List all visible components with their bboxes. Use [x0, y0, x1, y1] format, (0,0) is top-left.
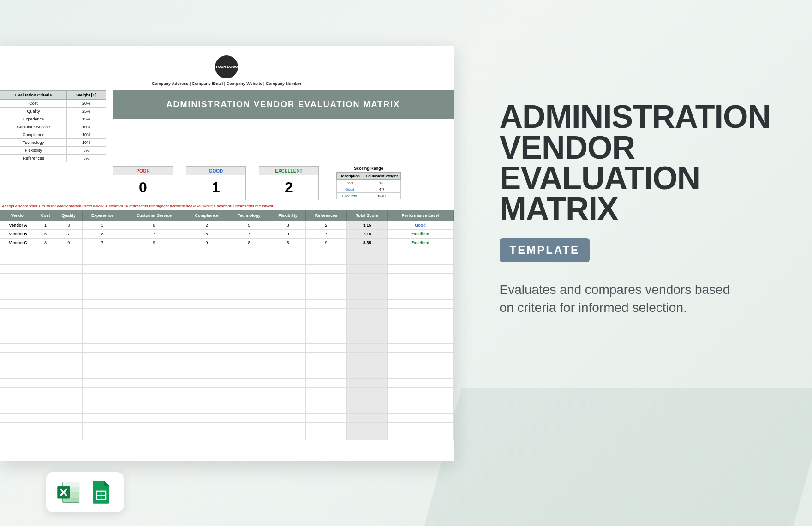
- empty-cell: [270, 309, 305, 317]
- empty-cell: [185, 388, 228, 396]
- score-cell: 5: [228, 221, 270, 230]
- empty-cell: [228, 335, 270, 344]
- empty-cell: [388, 291, 453, 300]
- spreadsheet-preview: YOUR LOGO Company Address | Company Emai…: [0, 46, 454, 461]
- score-value-excellent: 2: [259, 175, 318, 200]
- empty-cell: [270, 247, 305, 256]
- empty-cell: [346, 353, 388, 361]
- empty-cell: [346, 326, 388, 335]
- empty-cell: [55, 291, 82, 300]
- empty-cell: [185, 247, 228, 256]
- score-label-poor: POOR: [113, 167, 173, 175]
- table-row-empty: [0, 317, 454, 326]
- table-row: Vendor A133825323.15Good: [0, 221, 454, 230]
- score-cell: 2: [306, 221, 347, 230]
- score-cell: 8: [82, 230, 123, 239]
- empty-cell: [306, 344, 347, 353]
- table-row-empty: [0, 282, 454, 291]
- vendor-evaluation-table: VendorCostQualityExperienceCustomer Serv…: [0, 210, 454, 440]
- empty-cell: [55, 379, 82, 388]
- score-cell: 2: [185, 221, 228, 230]
- empty-cell: [36, 256, 55, 265]
- empty-cell: [55, 405, 82, 414]
- empty-cell: [82, 247, 123, 256]
- scoring-desc: Good: [337, 186, 363, 193]
- table-column-header: Technology: [228, 210, 270, 221]
- empty-cell: [0, 353, 36, 361]
- empty-cell: [185, 361, 228, 370]
- empty-cell: [36, 405, 55, 414]
- empty-cell: [388, 265, 453, 274]
- empty-cell: [388, 361, 453, 370]
- empty-cell: [185, 326, 228, 335]
- empty-cell: [388, 379, 453, 388]
- empty-cell: [346, 300, 388, 309]
- empty-cell: [82, 388, 123, 396]
- score-cell: 7: [82, 239, 123, 247]
- empty-cell: [185, 396, 228, 405]
- table-column-header: Customer Service: [123, 210, 185, 221]
- score-cell: 9: [185, 239, 228, 247]
- vendor-name: Vendor C: [0, 239, 36, 247]
- criteria-row: Compliance10%: [0, 131, 106, 139]
- empty-cell: [185, 405, 228, 414]
- empty-cell: [306, 291, 347, 300]
- score-card-good: GOOD 1: [186, 166, 246, 200]
- empty-cell: [346, 370, 388, 379]
- scoring-row: Poor1-3: [337, 180, 401, 186]
- empty-cell: [55, 353, 82, 361]
- table-row-empty: [0, 414, 454, 423]
- empty-cell: [123, 282, 185, 291]
- empty-cell: [82, 317, 123, 326]
- empty-cell: [55, 414, 82, 423]
- criteria-name: Quality: [0, 108, 67, 115]
- empty-cell: [55, 396, 82, 405]
- empty-cell: [0, 317, 36, 326]
- empty-cell: [0, 265, 36, 274]
- empty-cell: [270, 317, 305, 326]
- empty-cell: [82, 414, 123, 423]
- criteria-header: Evaluation Criteria: [0, 91, 67, 100]
- empty-cell: [228, 291, 270, 300]
- empty-cell: [55, 344, 82, 353]
- empty-cell: [306, 396, 347, 405]
- empty-cell: [185, 317, 228, 326]
- table-row-empty: [0, 300, 454, 309]
- criteria-row: Experience15%: [0, 115, 106, 123]
- empty-cell: [388, 370, 453, 379]
- criteria-row: Technology10%: [0, 139, 106, 147]
- empty-cell: [228, 344, 270, 353]
- empty-cell: [55, 256, 82, 265]
- empty-cell: [346, 335, 388, 344]
- empty-cell: [36, 344, 55, 353]
- scoring-range-value: 4-7: [363, 186, 401, 193]
- empty-cell: [185, 414, 228, 423]
- score-label-excellent: EXCELLENT: [259, 167, 318, 175]
- empty-cell: [36, 353, 55, 361]
- empty-cell: [82, 431, 123, 440]
- empty-cell: [0, 388, 36, 396]
- empty-cell: [123, 247, 185, 256]
- empty-cell: [0, 361, 36, 370]
- empty-cell: [228, 247, 270, 256]
- table-row: Vendor B578787977.15Excellent: [0, 230, 454, 239]
- empty-cell: [123, 291, 185, 300]
- empty-cell: [228, 370, 270, 379]
- empty-cell: [185, 300, 228, 309]
- empty-cell: [270, 274, 305, 282]
- scoring-range-title: Scoring Range: [336, 166, 401, 171]
- empty-cell: [55, 326, 82, 335]
- empty-cell: [123, 326, 185, 335]
- empty-cell: [36, 414, 55, 423]
- empty-cell: [82, 291, 123, 300]
- empty-cell: [270, 431, 305, 440]
- empty-cell: [228, 326, 270, 335]
- empty-cell: [270, 423, 305, 431]
- empty-cell: [228, 414, 270, 423]
- criteria-name: Experience: [0, 115, 67, 123]
- empty-cell: [270, 353, 305, 361]
- score-cell: 9: [270, 230, 305, 239]
- empty-cell: [270, 326, 305, 335]
- table-row-empty: [0, 431, 454, 440]
- empty-cell: [346, 309, 388, 317]
